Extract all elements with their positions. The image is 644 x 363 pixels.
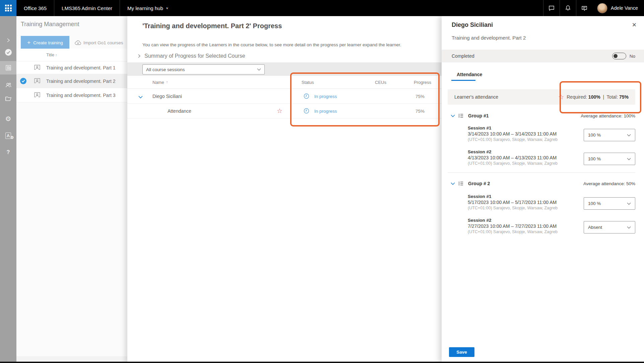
app-window: Office 365 LMS365 Admin Center My learni… xyxy=(0,0,644,363)
selected-check-icon xyxy=(20,78,26,84)
required-star-icon: ☆ xyxy=(558,94,564,100)
group-name: Group # 2 xyxy=(468,181,490,186)
progress-value: 75% xyxy=(384,109,425,114)
app-launcher-button[interactable] xyxy=(0,0,16,16)
progress-value: 75% xyxy=(384,94,425,99)
group-average-attendance: Average attendance: 100% xyxy=(581,113,635,118)
chevron-right-icon xyxy=(137,54,141,58)
learners-nav[interactable] xyxy=(0,79,16,92)
chevron-right-icon xyxy=(6,38,11,43)
side-rail: ⚙ A⚙ ? xyxy=(0,16,16,363)
in-progress-clock-icon xyxy=(304,108,309,115)
folder-icon xyxy=(5,95,12,102)
chevron-down-icon xyxy=(627,226,631,229)
save-button[interactable]: Save xyxy=(449,347,474,357)
group-divider xyxy=(448,172,635,173)
panel-title: Training Management xyxy=(21,21,79,28)
activity-row-attendance[interactable]: Attendance ☆ In progress 75% xyxy=(127,104,442,118)
group-2-header: Group # 2 Average attendance: 50% xyxy=(451,180,635,187)
learner-row-diego[interactable]: Diego Siciliani In progress 75% xyxy=(127,89,442,104)
attendance-select[interactable]: Absent xyxy=(584,221,635,234)
training-row-1[interactable]: Training and development. Part 1 xyxy=(16,61,127,74)
learner-course-title: Training and development. Part 2 xyxy=(452,35,526,41)
user-name: Adele Vance xyxy=(611,5,638,11)
attendance-select[interactable]: 100 % xyxy=(584,197,635,210)
gear-icon: ⚙ xyxy=(5,115,11,122)
feedback-button[interactable] xyxy=(576,0,592,16)
group-list-icon xyxy=(458,181,464,186)
sort-ascending-icon: ↑ xyxy=(55,53,57,57)
training-management-panel: Training Management + Create training Im… xyxy=(16,16,127,363)
title-column-header[interactable]: Title ↑ xyxy=(16,49,127,61)
office-365-link[interactable]: Office 365 xyxy=(16,0,54,16)
chat-icon xyxy=(548,5,555,11)
session-row: Session #2 4/13/2023 10:00 AM – 4/13/202… xyxy=(468,149,635,166)
notifications-button[interactable] xyxy=(560,0,576,16)
feedback-icon xyxy=(581,5,588,11)
ceus-column-header[interactable]: CEUs xyxy=(346,80,386,85)
admin-center-link[interactable]: LMS365 Admin Center xyxy=(54,0,120,16)
top-bar: Office 365 LMS365 Admin Center My learni… xyxy=(0,0,644,16)
in-progress-clock-icon xyxy=(304,93,309,100)
attendance-select[interactable]: 100 % xyxy=(584,129,635,141)
admin-a-icon: A⚙ xyxy=(5,133,11,139)
group-average-attendance: Average attendance: 50% xyxy=(583,181,635,186)
chevron-down-icon xyxy=(627,158,631,160)
progress-panel-description: You can view the progress of the Learner… xyxy=(142,42,401,47)
name-column-header[interactable]: Name ↑ xyxy=(152,80,168,85)
collapse-group-chevron[interactable] xyxy=(451,114,455,117)
attendance-select[interactable]: 100 % xyxy=(584,153,635,165)
horizontal-scrollbar[interactable] xyxy=(16,356,127,362)
account-menu[interactable]: Adele Vance xyxy=(592,0,644,16)
help-icon: ? xyxy=(7,149,10,155)
training-row-3[interactable]: Training and development. Part 3 xyxy=(16,88,127,102)
chevron-down-icon: ∨ xyxy=(166,6,169,10)
learner-name: Diego Siciliani xyxy=(452,21,493,29)
session-row: Session #1 3/14/2023 10:00 AM – 3/14/202… xyxy=(468,125,635,142)
tab-attendance[interactable]: Attendance xyxy=(457,72,482,77)
learner-attendance-summary: Learner's attendance ☆ Required: 100% | … xyxy=(448,89,635,105)
learning-hub-menu[interactable]: My learning hub ∨ xyxy=(120,0,176,16)
create-training-button[interactable]: + Create training xyxy=(21,36,69,49)
group-list-icon xyxy=(458,113,464,118)
completed-value: No xyxy=(630,54,635,59)
toggle-knob xyxy=(614,54,618,58)
home-dashboard-button[interactable] xyxy=(0,46,16,59)
attendance-summary-label: Learner's attendance xyxy=(454,94,498,100)
collapse-learner-chevron[interactable] xyxy=(138,94,143,100)
chat-button[interactable] xyxy=(543,0,560,16)
expand-rail-button[interactable] xyxy=(0,34,16,47)
admin-app-nav[interactable]: A⚙ xyxy=(0,129,16,142)
completed-label: Completed xyxy=(452,53,474,59)
user-avatar xyxy=(597,3,607,13)
people-icon xyxy=(5,82,12,89)
group-1-header: Group #1 Average attendance: 100% xyxy=(451,112,635,119)
status-value: In progress xyxy=(314,109,337,114)
required-star-icon: ☆ xyxy=(277,108,282,114)
chevron-down-icon xyxy=(257,68,261,71)
plus-icon: + xyxy=(27,39,30,46)
topbar-actions: Adele Vance xyxy=(543,0,644,16)
training-row-2-selected[interactable]: Training and development. Part 2 xyxy=(16,74,127,88)
course-sessions-select[interactable]: All course sessions xyxy=(142,64,265,74)
summary-expander[interactable]: Summary of Progress for Selected Course xyxy=(137,53,245,59)
waffle-icon xyxy=(5,5,12,11)
course-badge-icon xyxy=(34,78,41,85)
import-go1-button[interactable]: Import Go1 courses xyxy=(75,40,123,45)
training-management-nav[interactable] xyxy=(0,61,16,74)
group-name: Group #1 xyxy=(468,113,489,118)
cloud-import-icon xyxy=(75,40,81,45)
progress-column-header[interactable]: Progress xyxy=(391,80,431,85)
help-button[interactable]: ? xyxy=(0,146,16,159)
close-panel-button[interactable]: ✕ xyxy=(632,21,637,29)
sort-ascending-icon: ↑ xyxy=(166,80,168,85)
settings-nav[interactable]: ⚙ xyxy=(0,112,16,125)
status-column-header[interactable]: Status xyxy=(302,80,314,85)
bell-icon xyxy=(565,5,571,11)
status-value: In progress xyxy=(314,94,337,99)
completed-toggle[interactable] xyxy=(612,53,626,59)
collapse-group-chevron[interactable] xyxy=(451,182,455,185)
session-row: Session #2 7/27/2023 10:00 AM – 7/27/202… xyxy=(468,217,635,235)
chevron-down-icon xyxy=(627,134,631,137)
course-catalog-nav[interactable] xyxy=(0,92,16,105)
